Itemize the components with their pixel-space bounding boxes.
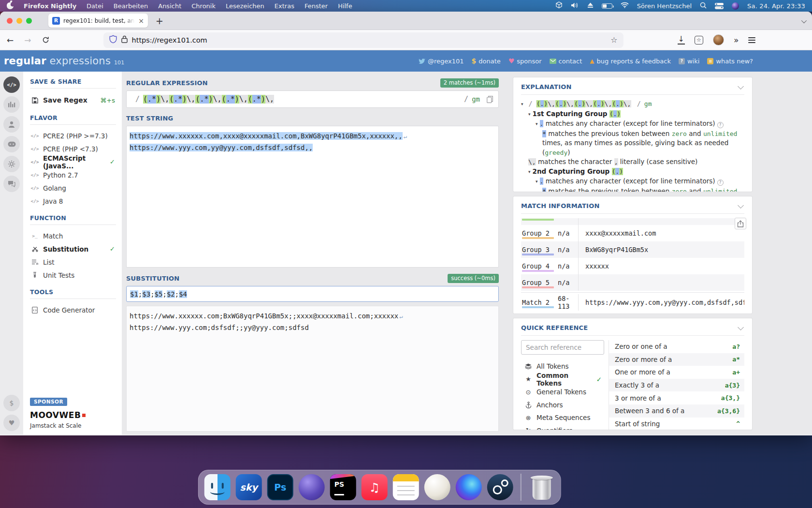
function-match[interactable]: >_Match <box>30 229 116 242</box>
settings-gear-icon[interactable] <box>3 156 20 172</box>
menubar-username[interactable]: Sören Hentzschel <box>637 2 692 10</box>
flavor-pcre2[interactable]: </>PCRE2 (PHP >=7.3) <box>30 129 116 142</box>
tracking-shield-icon[interactable] <box>109 35 117 45</box>
explanation-regex-line[interactable]: ▾/(.)\,(.)\,(.)\,(.)\,(.)\, /gm <box>521 99 744 109</box>
spotlight-search-icon[interactable] <box>700 2 707 10</box>
explanation-dot-line[interactable]: ▾. matches any character (except for lin… <box>521 119 744 129</box>
minimize-window-button[interactable] <box>16 18 22 24</box>
back-button[interactable]: ← <box>7 35 14 45</box>
extensions-icon[interactable]: ☆ <box>695 36 703 45</box>
function-list[interactable]: List <box>30 255 116 269</box>
match-row-group3[interactable]: Group 3 n/a BxWG8yqrP41GBm5x <box>521 241 744 258</box>
wifi-icon[interactable] <box>621 2 629 10</box>
export-matches-icon[interactable] <box>735 218 746 229</box>
apple-menu-icon[interactable] <box>7 2 14 9</box>
site-logo[interactable]: regular expressions 101 <box>4 55 125 67</box>
sponsor-logo[interactable]: MOOVWEB <box>30 410 116 420</box>
info-icon[interactable]: ? <box>717 179 724 186</box>
category-anchors[interactable]: Anchors <box>521 399 609 412</box>
profile-avatar[interactable] <box>713 34 724 45</box>
flavor-java[interactable]: </>Java 8 <box>30 194 116 208</box>
volume-icon[interactable] <box>571 2 579 10</box>
menu-datei[interactable]: Datei <box>87 2 103 10</box>
flavor-python[interactable]: </>Python 2.7 <box>30 168 116 181</box>
flavor-pcre[interactable]: </>PCRE (PHP <7.3) <box>30 142 116 155</box>
dock-sphere-icon[interactable] <box>424 474 450 500</box>
battery-icon[interactable] <box>602 3 612 9</box>
link-wiki[interactable]: ?wiki <box>679 58 699 65</box>
category-common-tokens[interactable]: ★Common Tokens✓ <box>521 373 609 386</box>
dock-phpstorm-icon[interactable]: PS <box>330 474 356 500</box>
link-contact[interactable]: contact <box>550 58 582 65</box>
collapse-chevron-icon[interactable] <box>738 202 744 209</box>
search-reference-input[interactable] <box>521 340 604 355</box>
category-general-tokens[interactable]: ⊙General Tokens <box>521 386 609 399</box>
regex-input[interactable]: / (.*)\,(.*)\,(.*)\,(.*)\,(.*)\, / gm <box>126 90 499 108</box>
url-bar[interactable]: https://regex101.com ☆ <box>103 32 624 48</box>
substitution-input[interactable]: $1;$3;$5;$2;$4 <box>126 286 499 302</box>
sponsor-rail-icon[interactable]: ♥ <box>3 415 20 431</box>
dock-finder-icon[interactable] <box>204 474 231 500</box>
link-twitter[interactable]: @regex101 <box>418 58 464 65</box>
reference-entry[interactable]: Exactly 3 of aa{3} <box>609 379 744 392</box>
donate-rail-icon[interactable]: $ <box>3 395 20 411</box>
list-all-tabs-icon[interactable] <box>801 16 805 25</box>
link-whats-new[interactable]: ≡whats new? <box>707 58 753 65</box>
menu-hilfe[interactable]: Hilfe <box>338 2 352 10</box>
match-row-group5[interactable]: Group 5 n/a <box>521 274 744 291</box>
firefox-menubar-icon[interactable] <box>732 2 739 10</box>
dock-photoshop-icon[interactable]: Ps <box>267 474 293 500</box>
category-meta-sequences[interactable]: ⊗Meta Sequences <box>521 411 609 424</box>
close-window-button[interactable] <box>7 18 13 24</box>
flavor-ecmascript[interactable]: </>ECMAScript (JavaS...✓ <box>30 155 116 168</box>
reference-entry[interactable]: One or more of aa+ <box>609 366 744 379</box>
category-quantifiers[interactable]: ↻Quantifiers <box>521 424 609 430</box>
explanation-group2-line[interactable]: ▾2nd Capturing Group (.) <box>521 167 744 177</box>
library-icon[interactable] <box>3 96 20 113</box>
feedback-chat-icon[interactable] <box>3 176 20 192</box>
downloads-icon[interactable]: ↓ <box>678 35 685 45</box>
cube-status-icon[interactable] <box>555 1 563 10</box>
reference-entry[interactable]: Start of string^ <box>609 418 744 430</box>
dock-purple-orb-icon[interactable] <box>299 474 325 500</box>
menu-lesezeichen[interactable]: Lesezeichen <box>226 2 264 10</box>
new-tab-button[interactable]: + <box>156 15 163 26</box>
menu-bearbeiten[interactable]: Bearbeiten <box>114 2 148 10</box>
regex-flags[interactable]: gm <box>472 95 480 103</box>
reference-entry[interactable]: Zero or one of aa? <box>609 340 744 353</box>
save-regex-button[interactable]: Save Regex ⌘+s <box>30 93 116 107</box>
function-unit-tests[interactable]: Unit Tests <box>30 269 116 282</box>
reference-entry[interactable]: Zero or more of aa* <box>609 353 744 366</box>
menu-fenster[interactable]: Fenster <box>304 2 328 10</box>
tool-code-generator[interactable]: Code Generator <box>30 303 116 316</box>
bookmark-star-icon[interactable]: ☆ <box>610 35 617 45</box>
reference-entry[interactable]: Between 3 and 6 of aa{3,6} <box>609 404 744 418</box>
match-row-partial[interactable] <box>521 218 744 225</box>
test-string-input[interactable]: https://www.xxxxxx.com,xxxx@xxxxxmail.co… <box>126 126 499 268</box>
dock-firefox-nightly-icon[interactable] <box>456 474 482 500</box>
menu-extras[interactable]: Extras <box>275 2 294 10</box>
app-menu-icon[interactable] <box>748 37 755 43</box>
eject-icon[interactable] <box>587 2 594 10</box>
menubar-app-name[interactable]: Firefox Nightly <box>24 2 76 10</box>
link-sponsor[interactable]: ♥sponsor <box>508 57 542 65</box>
link-bug-reports[interactable]: ▲bug reports & feedback <box>590 58 671 65</box>
lock-icon[interactable] <box>121 35 128 45</box>
menu-chronik[interactable]: Chronik <box>191 2 216 10</box>
reload-button[interactable] <box>42 36 49 44</box>
menubar-clock[interactable]: Sa. 24. Apr. 23:33 <box>747 2 805 10</box>
function-substitution[interactable]: Substitution✓ <box>30 242 116 255</box>
dock-steam-icon[interactable] <box>487 474 513 500</box>
collapse-chevron-icon[interactable] <box>738 83 744 90</box>
overflow-menu-icon[interactable]: » <box>734 35 739 45</box>
url-text[interactable]: https://regex101.com <box>132 36 607 44</box>
menu-ansicht[interactable]: Ansicht <box>158 2 181 10</box>
browser-tab[interactable]: R regex101: build, test, and debug × <box>48 14 148 28</box>
match-row-match2[interactable]: Match 2 68-113 https://www.yyy.com,yy@yy… <box>521 294 744 311</box>
flavor-golang[interactable]: </>Golang <box>30 181 116 194</box>
regex-editor-icon[interactable]: </> <box>3 76 20 93</box>
category-all-tokens[interactable]: All Tokens <box>521 360 609 373</box>
dock-music-icon[interactable]: ♫ <box>362 474 388 500</box>
discord-icon[interactable] <box>3 136 20 152</box>
reference-entry[interactable]: 3 or more of aa{3,} <box>609 391 744 404</box>
